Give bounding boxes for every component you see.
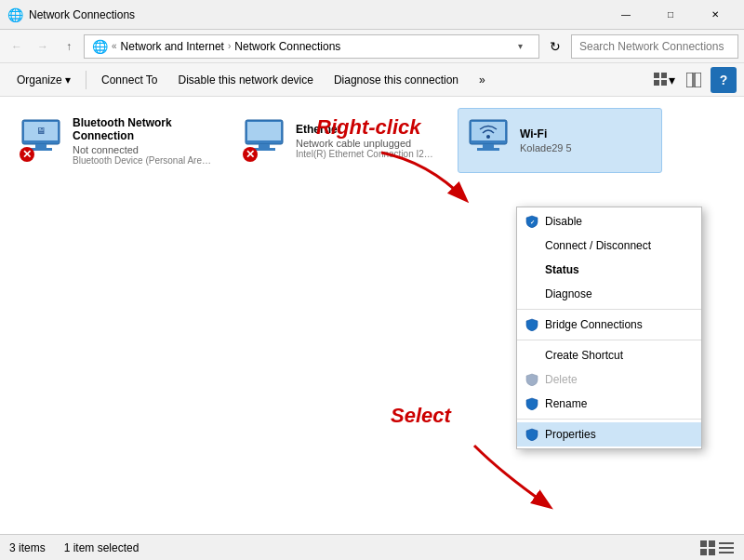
wifi-info: Wi-Fi Kolade29 5 xyxy=(520,127,654,153)
ctx-rename[interactable]: Rename xyxy=(517,392,701,416)
shield-icon-delete xyxy=(525,372,539,387)
more-button[interactable]: » xyxy=(470,67,495,93)
bluetooth-status: Not connected xyxy=(73,144,212,155)
search-input[interactable] xyxy=(571,34,738,59)
connect-to-button[interactable]: Connect To xyxy=(92,67,167,93)
toolbar-separator-1 xyxy=(86,71,86,89)
svg-rect-4 xyxy=(686,73,693,87)
organize-button[interactable]: Organize ▾ xyxy=(7,67,80,93)
svg-rect-5 xyxy=(695,73,701,87)
ctx-delete-label: Delete xyxy=(545,373,578,386)
diagnose-button[interactable]: Diagnose this connection xyxy=(325,67,468,93)
svg-text:✕: ✕ xyxy=(246,148,255,161)
svg-rect-14 xyxy=(247,122,281,140)
ethernet-icon-container: ✕ xyxy=(242,118,286,163)
dropdown-button[interactable]: ▾ xyxy=(509,35,531,58)
network-item-wifi[interactable]: Wi-Fi Kolade29 5 xyxy=(458,108,662,173)
ctx-disable-label: Disable xyxy=(545,215,582,228)
network-item-ethernet[interactable]: ✕ Ethernet Network cable unplugged Intel… xyxy=(234,108,439,173)
ctx-sep-2 xyxy=(517,340,701,340)
close-button[interactable]: ✕ xyxy=(694,0,737,30)
network-item-bluetooth[interactable]: 🖥 ✕ Bluetooth Network Connection Not con… xyxy=(11,108,216,173)
forward-button[interactable]: → xyxy=(32,35,54,58)
ctx-connect[interactable]: Connect / Disconnect xyxy=(517,233,701,258)
svg-rect-30 xyxy=(709,549,715,555)
wifi-status: Kolade29 5 xyxy=(520,142,654,153)
selected-count: 1 item selected xyxy=(64,541,140,554)
pane-icon xyxy=(686,73,701,87)
ctx-properties-label: Properties xyxy=(545,428,596,441)
list-view-icon[interactable] xyxy=(718,540,735,556)
svg-rect-33 xyxy=(719,552,734,553)
help-button[interactable]: ? xyxy=(711,67,737,93)
ctx-bridge[interactable]: Bridge Connections xyxy=(517,313,701,337)
ethernet-status: Network cable unplugged xyxy=(296,138,435,149)
view-toggle-icons xyxy=(699,540,735,556)
refresh-button[interactable]: ↻ xyxy=(543,34,567,59)
ctx-status-label: Status xyxy=(545,263,579,276)
ctx-properties[interactable]: Properties xyxy=(517,422,701,447)
path-icon: 🌐 xyxy=(92,39,108,54)
wifi-name: Wi-Fi xyxy=(520,127,654,140)
shield-icon-bridge xyxy=(525,317,539,332)
item-count: 3 items xyxy=(9,541,46,554)
ctx-sep-3 xyxy=(517,419,701,420)
bluetooth-desc: Bluetooth Device (Personal Area ... xyxy=(73,155,212,166)
context-menu: ✓ Disable Connect / Disconnect Status Di… xyxy=(516,207,702,449)
back-button[interactable]: ← xyxy=(6,35,28,58)
ctx-disable[interactable]: ✓ Disable xyxy=(517,209,701,233)
bluetooth-name: Bluetooth Network Connection xyxy=(73,116,212,142)
svg-rect-28 xyxy=(709,540,715,547)
svg-text:✓: ✓ xyxy=(530,220,535,225)
ethernet-info: Ethernet Network cable unplugged Intel(R… xyxy=(296,123,435,159)
svg-rect-1 xyxy=(661,73,667,78)
path-part1: Network and Internet xyxy=(121,40,224,53)
shield-icon-properties xyxy=(525,427,539,442)
minimize-button[interactable]: — xyxy=(604,0,647,30)
grid-view-icon[interactable] xyxy=(699,540,716,556)
svg-rect-2 xyxy=(654,80,659,86)
svg-rect-0 xyxy=(654,73,659,78)
svg-rect-31 xyxy=(719,542,734,544)
path-separator: › xyxy=(228,41,231,51)
network-items-container: 🖥 ✕ Bluetooth Network Connection Not con… xyxy=(11,108,733,173)
pane-button[interactable] xyxy=(681,67,707,93)
shield-icon-rename xyxy=(525,396,539,411)
svg-rect-29 xyxy=(700,549,707,555)
view-options-button[interactable]: ▾ xyxy=(651,67,677,93)
maximize-button[interactable]: □ xyxy=(649,0,692,30)
ctx-diagnose-label: Diagnose xyxy=(545,287,592,300)
address-path: 🌐 « Network and Internet › Network Conne… xyxy=(84,34,539,59)
status-bar: 3 items 1 item selected xyxy=(0,534,744,560)
title-bar-icon: 🌐 xyxy=(7,7,23,22)
svg-point-23 xyxy=(486,135,490,139)
ctx-shortcut[interactable]: Create Shortcut xyxy=(517,343,701,367)
bluetooth-status-icon: ✕ xyxy=(19,146,35,163)
wifi-network-icon xyxy=(466,118,511,155)
svg-rect-27 xyxy=(700,540,707,547)
svg-rect-15 xyxy=(259,144,270,148)
ctx-status[interactable]: Status xyxy=(517,258,701,282)
svg-rect-22 xyxy=(477,148,499,151)
address-bar: ← → ↑ 🌐 « Network and Internet › Network… xyxy=(0,30,744,63)
disable-button[interactable]: Disable this network device xyxy=(169,67,323,93)
svg-rect-32 xyxy=(719,547,734,549)
bluetooth-info: Bluetooth Network Connection Not connect… xyxy=(73,116,212,166)
ctx-diagnose[interactable]: Diagnose xyxy=(517,282,701,306)
select-label: Select xyxy=(391,404,451,427)
svg-rect-3 xyxy=(661,80,667,86)
ethernet-desc: Intel(R) Ethernet Connection I219-... xyxy=(296,149,435,159)
svg-text:✕: ✕ xyxy=(22,148,32,161)
up-button[interactable]: ↑ xyxy=(58,35,80,58)
svg-rect-21 xyxy=(483,144,494,148)
ctx-shortcut-label: Create Shortcut xyxy=(545,349,623,362)
ctx-delete: Delete xyxy=(517,367,701,392)
ethernet-name: Ethernet xyxy=(296,123,435,136)
ctx-rename-label: Rename xyxy=(545,397,587,410)
path-part2: Network Connections xyxy=(234,40,340,53)
svg-text:🖥: 🖥 xyxy=(36,126,46,136)
view-icon xyxy=(654,73,669,87)
ctx-sep-1 xyxy=(517,309,701,310)
shield-icon-disable: ✓ xyxy=(525,214,539,229)
select-annotation: Select xyxy=(391,404,451,428)
